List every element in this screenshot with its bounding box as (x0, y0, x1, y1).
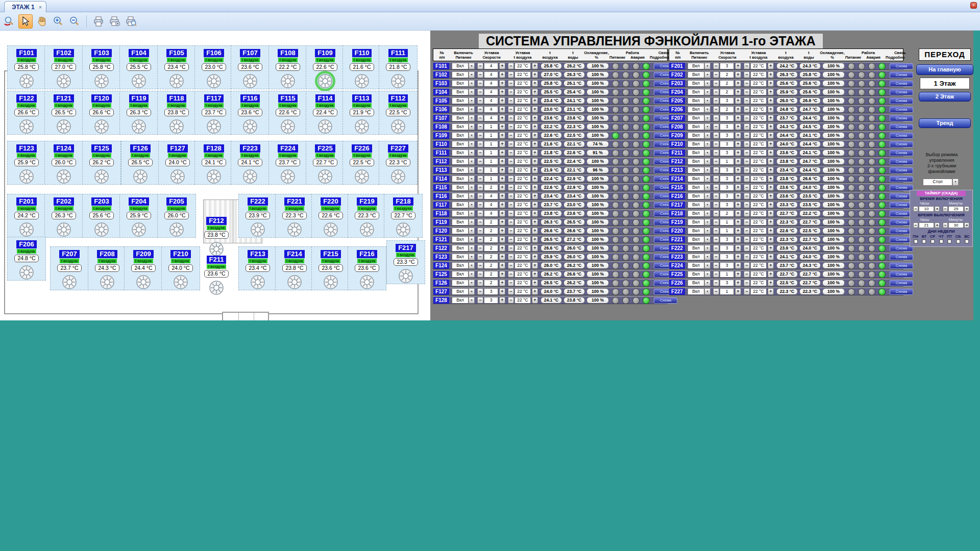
power-select[interactable]: Вкл ▾ (452, 202, 475, 208)
speed-plus-button[interactable]: + (735, 167, 741, 173)
setpoint-plus-button[interactable]: + (532, 271, 538, 278)
speed-minus-button[interactable]: − (477, 245, 483, 252)
power-select[interactable]: Вкл ▾ (452, 158, 475, 165)
chevron-down-icon[interactable]: ▾ (469, 228, 475, 234)
plan-unit-id[interactable]: F120 (91, 94, 112, 103)
chevron-down-icon[interactable]: ▾ (469, 262, 475, 269)
speed-minus-button[interactable]: − (477, 132, 483, 139)
off-minutes-minus-button[interactable]: − (943, 222, 948, 228)
setpoint-minus-button[interactable]: − (744, 71, 750, 78)
speed-plus-button[interactable]: + (499, 184, 505, 191)
power-select[interactable]: Вкл ▾ (688, 158, 710, 165)
power-select[interactable]: Вкл ▾ (452, 184, 475, 191)
speed-plus-button[interactable]: + (499, 193, 505, 199)
speed-plus-button[interactable]: + (735, 97, 741, 104)
chevron-down-icon[interactable]: ▾ (469, 210, 475, 217)
power-select[interactable]: Вкл ▾ (452, 236, 475, 243)
speed-plus-button[interactable]: + (735, 176, 741, 182)
setpoint-minus-button[interactable]: − (744, 280, 750, 286)
setpoint-minus-button[interactable]: − (508, 115, 514, 121)
power-select[interactable]: Вкл ▾ (452, 245, 475, 252)
plan-unit-id[interactable]: F106 (204, 49, 224, 57)
speed-minus-button[interactable]: − (477, 254, 483, 260)
power-select[interactable]: Вкл ▾ (452, 132, 475, 139)
setpoint-plus-button[interactable]: + (768, 97, 774, 104)
plan-unit-id[interactable]: F219 (357, 197, 377, 206)
speed-plus-button[interactable]: + (735, 123, 741, 130)
setpoint-minus-button[interactable]: − (744, 63, 750, 69)
power-select[interactable]: Вкл ▾ (452, 262, 475, 269)
speed-minus-button[interactable]: − (713, 210, 719, 217)
speed-minus-button[interactable]: − (477, 63, 483, 69)
speed-minus-button[interactable]: − (713, 245, 719, 252)
setpoint-minus-button[interactable]: − (744, 80, 750, 87)
speed-minus-button[interactable]: − (713, 106, 719, 113)
speed-plus-button[interactable]: + (735, 193, 741, 199)
chevron-down-icon[interactable]: ▾ (469, 80, 475, 87)
chevron-down-icon[interactable]: ▾ (704, 71, 710, 78)
setpoint-plus-button[interactable]: + (768, 80, 774, 87)
day-checkbox[interactable] (930, 239, 935, 243)
plan-unit-id[interactable]: F113 (352, 94, 372, 103)
speed-minus-button[interactable]: − (477, 228, 483, 234)
speed-minus-button[interactable]: − (713, 115, 719, 121)
speed-plus-button[interactable]: + (499, 63, 505, 69)
reset-view-icon[interactable] (2, 14, 16, 29)
setpoint-minus-button[interactable]: − (508, 141, 514, 147)
setpoint-plus-button[interactable]: + (768, 245, 774, 252)
home-button[interactable]: На главную (916, 64, 973, 75)
speed-minus-button[interactable]: − (713, 123, 719, 130)
speed-plus-button[interactable]: + (735, 141, 741, 147)
setpoint-minus-button[interactable]: − (508, 176, 514, 182)
power-select[interactable]: Вкл ▾ (688, 123, 710, 130)
chevron-down-icon[interactable]: ▾ (704, 176, 710, 182)
power-select[interactable]: Вкл ▾ (688, 228, 710, 234)
setpoint-plus-button[interactable]: + (532, 89, 538, 95)
setpoint-minus-button[interactable]: − (508, 280, 514, 286)
plan-unit-id[interactable]: F101 (16, 49, 37, 57)
plan-unit-id[interactable]: F201 (16, 197, 37, 206)
setpoint-minus-button[interactable]: − (508, 97, 514, 104)
setpoint-minus-button[interactable]: − (508, 106, 514, 113)
chevron-down-icon[interactable]: ▾ (469, 63, 475, 69)
plan-unit-id[interactable]: F115 (278, 94, 298, 103)
plan-unit-id[interactable]: F205 (166, 197, 187, 206)
power-select[interactable]: Вкл ▾ (688, 184, 710, 191)
speed-minus-button[interactable]: − (713, 228, 719, 234)
setpoint-minus-button[interactable]: − (508, 89, 514, 95)
print-preview-icon[interactable] (124, 14, 138, 29)
speed-minus-button[interactable]: − (477, 167, 483, 173)
speed-minus-button[interactable]: − (713, 271, 719, 278)
power-select[interactable]: Вкл ▾ (688, 210, 710, 217)
setpoint-minus-button[interactable]: − (744, 271, 750, 278)
on-minutes-minus-button[interactable]: − (943, 206, 948, 212)
speed-plus-button[interactable]: + (735, 271, 741, 278)
setpoint-minus-button[interactable]: − (508, 193, 514, 199)
setpoint-plus-button[interactable]: + (768, 63, 774, 69)
plan-unit-id[interactable]: F203 (91, 197, 112, 206)
plan-unit-id[interactable]: F224 (278, 144, 298, 153)
speed-plus-button[interactable]: + (735, 202, 741, 208)
setpoint-plus-button[interactable]: + (532, 115, 538, 121)
chevron-down-icon[interactable]: ▾ (469, 158, 475, 165)
chevron-down-icon[interactable]: ▾ (704, 219, 710, 226)
schema-button[interactable]: Схема (890, 89, 913, 95)
speed-plus-button[interactable]: + (499, 89, 505, 95)
print-setup-icon[interactable] (108, 14, 122, 29)
power-select[interactable]: Вкл ▾ (688, 141, 710, 147)
setpoint-plus-button[interactable]: + (532, 63, 538, 69)
setpoint-minus-button[interactable]: − (744, 236, 750, 243)
speed-plus-button[interactable]: + (735, 236, 741, 243)
setpoint-plus-button[interactable]: + (532, 97, 538, 104)
plan-unit-id[interactable]: F108 (278, 49, 298, 57)
power-select[interactable]: Вкл ▾ (688, 63, 710, 69)
tab-close-icon[interactable]: × (39, 4, 42, 10)
speed-plus-button[interactable]: + (499, 219, 505, 226)
speed-plus-button[interactable]: + (499, 176, 505, 182)
setpoint-minus-button[interactable]: − (508, 132, 514, 139)
setpoint-minus-button[interactable]: − (508, 80, 514, 87)
speed-plus-button[interactable]: + (499, 115, 505, 121)
speed-minus-button[interactable]: − (477, 262, 483, 269)
plan-unit-id[interactable]: F227 (388, 144, 408, 153)
chevron-down-icon[interactable]: ▾ (952, 179, 959, 186)
